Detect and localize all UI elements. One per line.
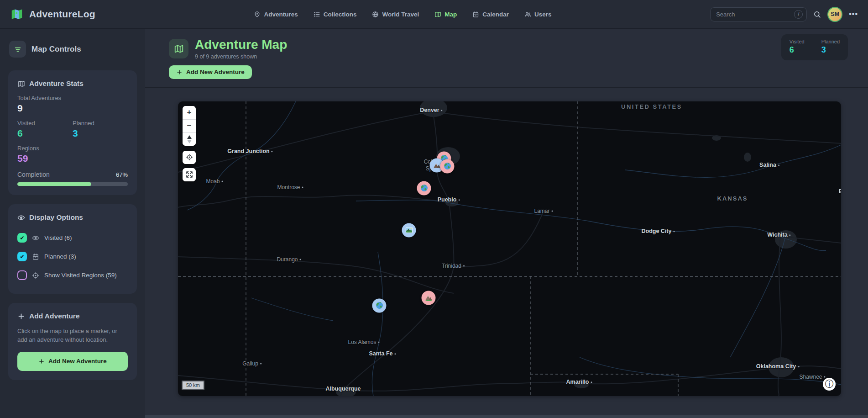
header-stats-panel: Visited 6 Planned 3	[781, 34, 848, 60]
planned-label: Planned	[73, 120, 128, 127]
checkbox[interactable]	[17, 270, 27, 280]
locate-icon	[186, 153, 193, 161]
search-box: /	[710, 7, 807, 21]
attribution-info-icon[interactable]: ⓘ	[823, 378, 836, 391]
fullscreen-button[interactable]	[183, 168, 196, 181]
page-header: Adventure Map 9 of 9 adventures shown Vi…	[145, 29, 868, 60]
locate-control-group	[183, 151, 196, 164]
nav-item-label: Map	[444, 11, 457, 18]
adventure-marker[interactable]	[440, 159, 455, 173]
map-base-layer	[178, 101, 841, 396]
zoom-in-button[interactable]: +	[183, 106, 196, 119]
search-icon[interactable]	[813, 11, 821, 18]
zoom-out-button[interactable]: −	[183, 119, 196, 132]
adventure-marker[interactable]	[372, 298, 387, 312]
header-planned-value: 3	[821, 45, 840, 55]
navbar-right: / SM •••	[710, 7, 858, 22]
option-label: Planned (3)	[44, 253, 76, 260]
adventure-stats-card: Adventure Stats Total Adventures 9 Visit…	[8, 70, 137, 195]
add-adventure-card: Add Adventure Click on the map to place …	[8, 303, 137, 380]
option-icon	[32, 234, 39, 242]
checkbox[interactable]	[17, 252, 27, 261]
nav-item[interactable]: Map	[434, 11, 457, 18]
main-navigation: Adventures Collections World Travel Map …	[95, 11, 710, 18]
avatar[interactable]: SM	[827, 7, 842, 22]
zoom-control-group: + −	[183, 106, 196, 146]
planned-value: 3	[73, 128, 128, 139]
marker-icon	[420, 184, 428, 192]
nav-item-label: Users	[534, 11, 552, 18]
display-option-row[interactable]: Visited (6)	[17, 228, 128, 247]
fullscreen-icon	[186, 171, 193, 178]
eye-icon	[17, 214, 25, 222]
display-options-list: Visited (6) Planned (3) Show Visited Reg…	[17, 228, 128, 285]
nav-item-icon	[314, 11, 320, 18]
app-title: AdventureLog	[29, 9, 95, 20]
plus-icon	[176, 69, 183, 75]
add-new-adventure-button[interactable]: Add New Adventure	[169, 65, 252, 79]
stats-heading: Adventure Stats	[29, 79, 84, 88]
nav-item-icon	[472, 11, 479, 18]
adventure-marker[interactable]	[422, 291, 436, 305]
filter-icon[interactable]	[9, 41, 26, 58]
nav-item-icon	[254, 11, 261, 18]
header-visited-value: 6	[790, 45, 805, 55]
visited-value: 6	[17, 128, 73, 139]
search-input[interactable]	[716, 11, 794, 18]
app-logo[interactable]: AdventureLog	[10, 7, 95, 21]
top-navbar: AdventureLog Adventures Collections Worl…	[0, 0, 868, 29]
option-icon	[32, 272, 39, 279]
marker-icon	[433, 161, 441, 169]
app-root: AdventureLog Adventures Collections Worl…	[0, 0, 868, 418]
header-planned-label: Planned	[821, 39, 840, 44]
nav-item[interactable]: World Travel	[372, 11, 419, 18]
adventurelog-logo-icon	[10, 7, 24, 21]
option-icon	[32, 253, 39, 260]
map-canvas[interactable]: DenverUNITED STATESGrand JunctionMoabMon…	[178, 101, 841, 396]
option-label: Visited (6)	[44, 234, 72, 241]
nav-item-label: World Travel	[382, 11, 419, 18]
nav-item-label: Calendar	[482, 11, 509, 18]
visited-label: Visited	[17, 120, 73, 127]
checkbox[interactable]	[17, 233, 27, 243]
marker-icon	[375, 302, 383, 310]
nav-item-label: Collections	[324, 11, 357, 18]
display-option-row[interactable]: Show Visited Regions (59)	[17, 266, 128, 285]
adventure-marker[interactable]	[417, 181, 431, 195]
adventure-map-icon	[169, 39, 188, 58]
completion-label: Completion	[17, 171, 50, 178]
sidebar-header: Map Controls	[9, 41, 137, 58]
completion-progress-fill	[17, 182, 91, 186]
locate-button[interactable]	[183, 151, 196, 164]
total-adventures-value: 9	[17, 103, 128, 114]
nav-item[interactable]: Collections	[314, 11, 357, 18]
nav-item[interactable]: Users	[524, 11, 552, 18]
plus-icon	[17, 312, 25, 320]
compass-button[interactable]	[183, 132, 196, 146]
compass-icon	[187, 135, 192, 143]
marker-icon	[405, 226, 413, 234]
header-divider	[145, 87, 868, 88]
marker-icon	[424, 294, 433, 302]
adventure-marker[interactable]	[402, 223, 416, 237]
footer-strip	[145, 415, 868, 418]
display-option-row[interactable]: Planned (3)	[17, 247, 128, 266]
nav-item-icon	[372, 11, 379, 18]
nav-item-icon	[524, 11, 531, 18]
map-controls-sidebar: Map Controls Adventure Stats Total Adven…	[0, 29, 145, 418]
regions-label: Regions	[17, 145, 73, 152]
nav-item[interactable]: Adventures	[254, 11, 298, 18]
main-content: Adventure Map 9 of 9 adventures shown Vi…	[145, 29, 868, 418]
completion-progress-track	[17, 182, 128, 186]
map-scale-bar: 50 km	[182, 381, 204, 390]
map-icon	[17, 80, 25, 88]
overflow-menu-icon[interactable]: •••	[849, 10, 858, 18]
add-adventure-heading: Add Adventure	[29, 312, 80, 320]
header-visited-label: Visited	[790, 39, 805, 44]
search-shortcut-badge: /	[794, 10, 803, 19]
total-adventures-label: Total Adventures	[17, 95, 128, 101]
plus-icon	[38, 358, 45, 365]
add-new-adventure-button-sidebar[interactable]: Add New Adventure	[17, 352, 128, 371]
nav-item[interactable]: Calendar	[472, 11, 509, 18]
nav-item-icon	[434, 11, 441, 18]
